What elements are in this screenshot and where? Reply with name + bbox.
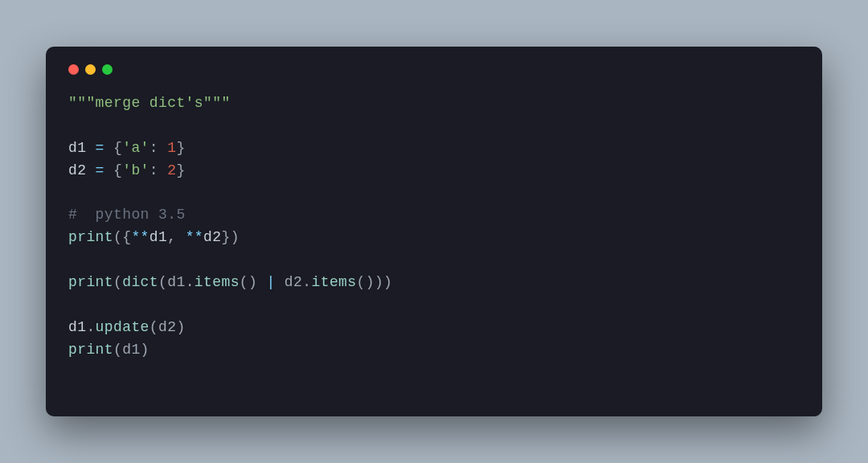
code-token-punc: ())) (357, 274, 393, 290)
code-token-punc: }) (221, 229, 239, 245)
code-token-id: d2 (68, 162, 96, 178)
code-token-punc: : (149, 140, 167, 156)
code-token-id: d1 (68, 319, 86, 335)
minimize-icon[interactable] (85, 64, 96, 75)
code-token-punc: . (186, 274, 194, 290)
code-line: d1 = {'a': 1} (68, 137, 800, 160)
code-token-op: ** (131, 229, 149, 245)
code-token-punc: . (86, 319, 95, 335)
code-line (68, 249, 800, 272)
maximize-icon[interactable] (102, 64, 113, 75)
code-token-punc: (d1 (158, 274, 186, 290)
code-line: """merge dict's""" (68, 92, 800, 115)
code-token-fn: dict (122, 274, 158, 290)
code-block: """merge dict's""" d1 = {'a': 1}d2 = {'b… (68, 92, 800, 362)
code-token-op: | (266, 274, 275, 290)
code-token-punc: () (240, 274, 267, 290)
code-token-fn: print (68, 229, 113, 245)
code-token-punc: (d2) (149, 319, 186, 335)
code-token-fn: items (194, 274, 240, 290)
code-line: # python 3.5 (68, 204, 800, 227)
code-token-str: """merge dict's""" (68, 95, 231, 111)
code-token-op: = (96, 140, 104, 156)
code-token-num: 2 (167, 162, 176, 178)
code-token-punc: ({ (113, 229, 131, 245)
code-token-str: 'a' (122, 140, 149, 156)
code-token-punc: ( (113, 274, 122, 290)
code-token-punc: . (302, 274, 311, 290)
code-token-fn: items (311, 274, 356, 290)
code-token-id: d2 (203, 229, 221, 245)
code-token-punc: } (176, 140, 185, 156)
window-controls (68, 64, 800, 75)
code-token-fn: print (68, 274, 113, 290)
code-window: """merge dict's""" d1 = {'a': 1}d2 = {'b… (46, 47, 822, 416)
code-token-punc: : (149, 162, 167, 178)
code-token-punc: { (104, 140, 122, 156)
code-token-id: d1 (149, 229, 167, 245)
code-line: d2 = {'b': 2} (68, 160, 800, 182)
code-line: print({**d1, **d2}) (68, 227, 800, 249)
code-line (68, 115, 800, 137)
code-token-fn: update (96, 319, 149, 335)
code-line: print(dict(d1.items() | d2.items())) (68, 272, 800, 294)
code-token-id: d1 (68, 140, 96, 156)
code-line (68, 182, 800, 205)
code-line: print(d1) (68, 339, 800, 362)
code-token-fn: print (68, 342, 113, 358)
close-icon[interactable] (68, 64, 79, 75)
code-token-op: ** (186, 229, 203, 245)
code-token-cmt: # python 3.5 (68, 207, 186, 223)
code-token-punc: } (176, 162, 185, 178)
code-token-str: 'b' (122, 162, 149, 178)
code-token-punc: { (104, 162, 122, 178)
code-line (68, 294, 800, 317)
code-line: d1.update(d2) (68, 317, 800, 339)
code-token-punc: , (167, 229, 185, 245)
code-token-num: 1 (167, 140, 176, 156)
code-token-punc: d2 (276, 274, 303, 290)
code-token-punc: (d1) (113, 342, 149, 358)
code-token-op: = (96, 162, 104, 178)
